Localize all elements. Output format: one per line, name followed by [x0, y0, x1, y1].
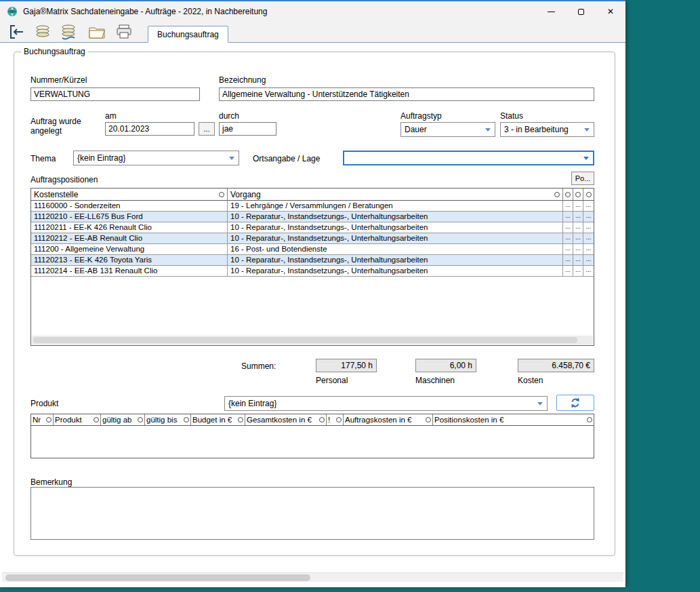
window-controls: ✕: [536, 1, 625, 22]
position-kostenstelle-cell: 11120213 - EE-K 426 Toyota Yaris: [31, 255, 228, 265]
position-detail-button[interactable]: ...: [573, 233, 583, 243]
product-column-header[interactable]: !: [327, 414, 344, 425]
sort-circle-icon: [586, 192, 592, 197]
po-button[interactable]: Po...: [571, 172, 594, 185]
position-vorgang-cell: 10 - Reparatur-, Instandsetzungs-, Unter…: [228, 212, 563, 222]
detail-column-header[interactable]: [563, 189, 573, 200]
position-detail-button[interactable]: ...: [563, 222, 573, 233]
product-column-header[interactable]: Auftragskosten in €: [344, 414, 433, 425]
sort-circle-icon: [46, 417, 52, 422]
auftragspositionen-label: Auftragspositionen: [30, 175, 98, 184]
bezeichnung-input[interactable]: [219, 87, 594, 101]
position-detail-button[interactable]: ...: [583, 233, 594, 243]
thema-value: {kein Eintrag}: [77, 153, 125, 163]
sort-circle-icon: [575, 192, 581, 197]
positions-table-row[interactable]: 11120214 - EE-AB 131 Renault Clio10 - Re…: [31, 266, 594, 277]
positions-table-header: Kostenstelle Vorgang: [31, 189, 594, 201]
print-button[interactable]: [31, 23, 54, 41]
position-detail-button[interactable]: ...: [563, 244, 573, 254]
position-detail-button[interactable]: ...: [583, 201, 594, 211]
nummer-input[interactable]: [30, 87, 200, 101]
positions-table-hscrollbar[interactable]: [32, 336, 593, 344]
thema-select[interactable]: {kein Eintrag}: [73, 151, 239, 165]
chevron-down-icon: [537, 402, 543, 406]
maximize-button[interactable]: [566, 1, 596, 22]
vorgang-column-header[interactable]: Vorgang: [228, 189, 563, 200]
position-detail-button[interactable]: ...: [583, 255, 594, 265]
position-detail-button[interactable]: ...: [563, 233, 573, 243]
position-kostenstelle-cell: 11120212 - EE-AB Renault Clio: [31, 233, 228, 243]
produkt-select[interactable]: {kein Eintrag}: [224, 396, 548, 411]
ortsangabe-label: Ortsangabe / Lage: [253, 154, 320, 163]
chevron-down-icon: [584, 128, 590, 132]
position-detail-button[interactable]: ...: [563, 212, 573, 222]
product-column-header[interactable]: gültig bis: [145, 414, 191, 425]
status-value: 3 - in Bearbeitung: [504, 125, 569, 134]
toolbar: Buchungsauftrag: [0, 22, 625, 43]
durch-input[interactable]: [219, 122, 276, 136]
am-browse-button[interactable]: ...: [199, 122, 215, 136]
open-folder-button[interactable]: [85, 23, 108, 41]
refresh-icon: [569, 397, 582, 409]
position-vorgang-cell: 10 - Reparatur-, Instandsetzungs-, Unter…: [228, 255, 563, 265]
auftragstyp-select[interactable]: Dauer: [400, 122, 495, 137]
position-detail-button[interactable]: ...: [563, 266, 573, 276]
positions-table-row[interactable]: 11120211 - EE-K 426 Renault Clio10 - Rep…: [31, 222, 594, 233]
title-bar[interactable]: Gaja®Matrix Sachdateneingabe - Aufträge …: [0, 1, 625, 22]
positions-table-row[interactable]: 11160000 - Sonderzeiten19 - Lehrgänge / …: [31, 201, 594, 212]
position-detail-button[interactable]: ...: [573, 212, 583, 222]
kostenstelle-column-header[interactable]: Kostenstelle: [31, 189, 228, 200]
print-preview-button[interactable]: [57, 23, 80, 41]
detail-column-header[interactable]: [583, 189, 594, 200]
scrollbar-thumb[interactable]: [5, 574, 310, 581]
scrollbar-thumb[interactable]: [33, 337, 577, 343]
product-column-header[interactable]: Gesamtkosten in €: [245, 414, 327, 425]
positions-table-row[interactable]: 11120210 - EE-LL675 Bus Ford10 - Reparat…: [31, 212, 594, 222]
position-detail-button[interactable]: ...: [573, 255, 583, 265]
minimize-button[interactable]: [536, 1, 566, 22]
positions-table-row[interactable]: 11120213 - EE-K 426 Toyota Yaris10 - Rep…: [31, 255, 594, 266]
product-column-header[interactable]: Positionskosten in €: [433, 414, 594, 425]
product-column-header[interactable]: gültig ab: [101, 414, 145, 425]
detail-column-header[interactable]: [573, 189, 583, 200]
position-detail-button[interactable]: ...: [583, 244, 594, 254]
position-detail-button[interactable]: ...: [563, 255, 573, 265]
bemerkung-input[interactable]: [30, 487, 594, 540]
product-column-header[interactable]: Produkt: [54, 414, 101, 425]
product-column-header[interactable]: Nr: [31, 414, 54, 425]
angelegt-label: Auftrag wurde angelegt: [30, 117, 93, 136]
printer-icon: [115, 24, 133, 40]
am-date-input[interactable]: [105, 122, 194, 136]
maximize-icon: [578, 9, 584, 15]
position-detail-button[interactable]: ...: [583, 212, 594, 222]
refresh-button[interactable]: [556, 395, 594, 411]
position-detail-button[interactable]: ...: [563, 201, 573, 211]
product-column-label: !: [328, 416, 330, 424]
sort-circle-icon: [138, 417, 143, 422]
tab-buchungsauftrag[interactable]: Buchungsauftrag: [148, 26, 228, 43]
exit-button[interactable]: [5, 23, 28, 41]
buchungsauftrag-groupbox: Buchungsauftrag Nummer/Kürzel Bezeichnun…: [14, 52, 615, 556]
position-detail-button[interactable]: ...: [573, 266, 583, 276]
position-detail-button[interactable]: ...: [573, 201, 583, 211]
positions-table-row[interactable]: 111200 - Allgemeine Verwaltung16 - Post-…: [31, 244, 594, 255]
position-vorgang-cell: 10 - Reparatur-, Instandsetzungs-, Unter…: [228, 233, 563, 243]
position-detail-button[interactable]: ...: [583, 222, 594, 233]
close-icon: ✕: [607, 7, 614, 16]
window-hscrollbar[interactable]: [2, 572, 623, 582]
exit-icon: [9, 24, 25, 40]
positions-table-row[interactable]: 11120212 - EE-AB Renault Clio10 - Repara…: [31, 233, 594, 244]
summen-kosten-label: Kosten: [518, 376, 543, 385]
product-column-label: gültig ab: [102, 416, 131, 424]
printer-button[interactable]: [112, 23, 136, 41]
position-detail-button[interactable]: ...: [573, 222, 583, 233]
minimize-icon: [548, 12, 555, 12]
position-detail-button[interactable]: ...: [573, 244, 583, 254]
close-button[interactable]: ✕: [596, 1, 625, 22]
product-column-header[interactable]: Budget in €: [191, 414, 245, 425]
ortsangabe-select[interactable]: [343, 151, 594, 165]
position-kostenstelle-cell: 11120211 - EE-K 426 Renault Clio: [31, 222, 228, 233]
position-kostenstelle-cell: 11120214 - EE-AB 131 Renault Clio: [31, 266, 228, 276]
position-detail-button[interactable]: ...: [583, 266, 594, 276]
status-select[interactable]: 3 - in Bearbeitung: [500, 122, 594, 137]
